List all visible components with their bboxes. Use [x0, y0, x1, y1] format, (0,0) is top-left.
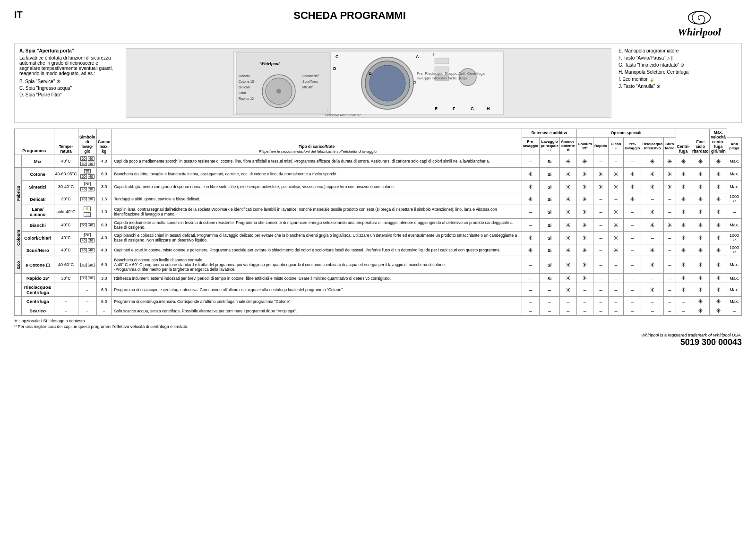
prog-centrifuga: ✳: [691, 232, 709, 244]
table-row: FabricsCotone40-60-95°C9560406.0Biancher…: [15, 168, 742, 181]
prog-colours15: ✳: [576, 219, 593, 232]
prog-lavaggio: Si: [540, 244, 560, 256]
prog-rapido: ✳: [593, 181, 608, 193]
legend1: ✳ : opzionale / Si : dosaggio richiesto: [14, 319, 742, 323]
prog-colours15: ✳: [576, 244, 593, 256]
prog-max-vel: Max.: [727, 155, 742, 168]
prog-lavaggio: –: [540, 297, 560, 306]
prog-description: Programma di centrifuga intensiva. Corri…: [112, 297, 522, 306]
prog-max-vel: Max.: [727, 181, 742, 193]
prog-prelavaggio: –: [522, 155, 539, 168]
prog-symbol: 60406040: [78, 155, 96, 168]
prog-centrifuga: ✳: [691, 256, 709, 274]
prog-centrifuga: ✳: [691, 205, 709, 219]
prog-name: e Cotone ◻: [22, 256, 54, 274]
prog-carico: 6.0: [96, 297, 111, 306]
prog-ammorbidente: ✳: [559, 274, 576, 283]
prog-cleanplus: –: [609, 283, 624, 297]
col-sub-pre2: Pre-lavaggio: [623, 137, 641, 155]
table-row: Rapido 15'30°C30303.0Rinfresca indumenti…: [15, 274, 742, 283]
prog-ammorbidente: ✳: [559, 168, 576, 181]
prog-antipiega: ✳: [676, 274, 691, 283]
prog-pre2: –: [623, 283, 641, 297]
prog-fine-cic: ✳: [710, 274, 727, 283]
prog-risciacquo: ✳: [641, 283, 664, 297]
svg-text:C: C: [335, 54, 339, 59]
col-sub-lavaggio: Lavaggioprincipale↓↓: [540, 137, 560, 155]
prog-name: Colori/Chiari: [22, 232, 54, 244]
prog-risciacquo: ✳: [641, 256, 664, 274]
prog-rapido: –: [593, 205, 608, 219]
row-group-empty: [15, 283, 22, 297]
page-title: SCHEDA PROGRAMMI: [43, 9, 657, 22]
prog-symbol: –: [78, 283, 96, 297]
prog-pre2: –: [623, 232, 641, 244]
table-row: Lana/a manocold-40°C🤚🛁1.0Capi in lana, c…: [15, 205, 742, 219]
prog-lavaggio: Si: [540, 155, 560, 168]
prog-risciacquo: –: [641, 297, 664, 306]
prog-description: Capi da mediamente a molto sporchi in te…: [112, 219, 522, 232]
prog-centrifuga: ✳: [691, 283, 709, 297]
prog-centrifuga: ✳: [691, 244, 709, 256]
prog-rapido: –: [593, 232, 608, 244]
table-row: Risciacquo&Centrifuga––6.0Programma di r…: [15, 283, 742, 297]
label-B: B. Spia "Service" ℗: [19, 79, 119, 84]
prog-description: Capi da poco a mediamente sporchi in tes…: [112, 155, 522, 168]
prog-rapido: –: [593, 219, 608, 232]
col-header-temperatura: Tempe-ratura: [54, 129, 78, 155]
col-sub-cleanplus: Clean +: [609, 137, 624, 155]
svg-text:Cotone 15°: Cotone 15°: [239, 80, 255, 83]
prog-risciacquo: –: [641, 274, 664, 283]
prog-stiro: –: [664, 274, 676, 283]
col-header-simbolo: Simbolodi lavag-gio: [78, 129, 96, 155]
prog-lavaggio: –: [540, 306, 560, 316]
prog-description: Rinfresca indumenti esterni indossati pe…: [112, 274, 522, 283]
header: IT SCHEDA PROGRAMMI Whirlpool: [14, 9, 742, 38]
prog-colours15: ✳: [576, 205, 593, 219]
svg-text:↑: ↑: [432, 52, 435, 57]
prog-symbol: 604030: [78, 232, 96, 244]
table-row: Sintetici30-40°C6040303.0Capi di abbigli…: [15, 181, 742, 193]
col-sub-ammorbidente: Ammor-bidente⊛: [559, 137, 576, 155]
prog-cleanplus: ✳: [609, 181, 624, 193]
prog-cleanplus: ✳: [609, 232, 624, 244]
prog-max-vel: –: [727, 306, 742, 316]
row-group-empty: [15, 274, 22, 283]
prog-rapido: –: [593, 274, 608, 283]
prog-antipiega: ✳: [676, 219, 691, 232]
prog-rapido: –: [593, 155, 608, 168]
prog-name: Cotone: [22, 168, 54, 181]
prog-max-vel: 1000 ¹⁾: [727, 193, 742, 205]
prog-stiro: –: [664, 306, 676, 316]
row-group-empty: [15, 155, 22, 168]
prog-prelavaggio: –: [522, 219, 539, 232]
prog-centrifuga: ✳: [691, 219, 709, 232]
prog-carico: 3.0: [96, 181, 111, 193]
prog-risciacquo: ✳: [641, 181, 664, 193]
prog-fine-cic: ✳: [710, 168, 727, 181]
prog-lavaggio: Si: [540, 274, 560, 283]
prog-fine-cic: ✳: [710, 306, 727, 316]
prog-fine-cic: ✳: [710, 297, 727, 306]
row-group-fabrics: Fabrics: [15, 168, 22, 219]
svg-text:G: G: [471, 106, 474, 111]
description-main: La lavatrice è dotata di funzioni di sic…: [19, 55, 119, 76]
prog-fine-cic: ✳: [710, 155, 727, 168]
col-sub-stiro: Stirofacile: [664, 137, 676, 155]
row-group-eco: Eco: [15, 256, 22, 274]
prog-antipiega: ✳: [676, 205, 691, 219]
prog-max-vel: Max.: [727, 256, 742, 274]
prog-prelavaggio: ✳: [522, 244, 539, 256]
label-A: A. Spia "Apertura porta": [19, 48, 119, 53]
prog-lavaggio: Si: [540, 181, 560, 193]
prog-pre2: –: [623, 155, 641, 168]
svg-text:D: D: [333, 66, 336, 71]
prog-risciacquo: –: [641, 232, 664, 244]
svg-point-0: [688, 11, 711, 24]
prog-temp: –: [54, 283, 78, 297]
prog-colours15: –: [576, 283, 593, 297]
prog-temp: 30-40°C: [54, 181, 78, 193]
prog-name: Lana/a mano: [22, 205, 54, 219]
prog-centrifuga: ✳: [691, 306, 709, 316]
row-group-colours: Colours: [15, 219, 22, 256]
